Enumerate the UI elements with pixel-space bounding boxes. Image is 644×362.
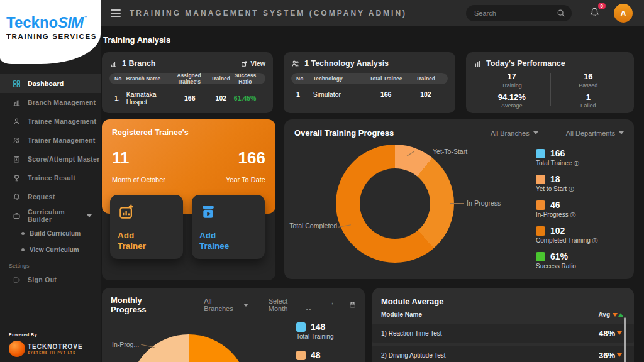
main-content: Training Analysis 1 Branch View No Branc… bbox=[102, 26, 634, 362]
branches-filter-label: All Branches bbox=[204, 297, 240, 312]
section-title: Training Analysis bbox=[103, 35, 170, 45]
select-month-label: Select Month bbox=[269, 297, 306, 312]
legend-swatch bbox=[536, 200, 545, 210]
cell-technology: Simulator bbox=[313, 90, 364, 98]
sidebar-item-sign-out[interactable]: Sign Out bbox=[0, 270, 101, 289]
average-value: 94.12% bbox=[498, 92, 526, 102]
bottom-row: Monthly Progress All Branches Select Mon… bbox=[102, 288, 634, 362]
cell-trained: 102 bbox=[212, 94, 230, 102]
col-branch-name: Branch Name bbox=[126, 75, 167, 82]
legend-swatch bbox=[536, 175, 545, 184]
analysis-cards-row: 1 Branch View No Branch Name Assigned Tr… bbox=[102, 52, 634, 113]
month-date-picker[interactable]: ---------, ---- bbox=[306, 297, 356, 312]
legend-swatch bbox=[296, 322, 306, 332]
scrollbar-thumb[interactable] bbox=[624, 317, 626, 362]
sidebar-item-curriculum-builder[interactable]: Curriculum Builder bbox=[0, 206, 101, 225]
overall-title: Overall Training Progress bbox=[294, 128, 394, 138]
settings-section-label: Settings bbox=[0, 258, 101, 270]
module-row: 1) Reaction Time Test 48% bbox=[372, 324, 634, 343]
ytd-label: Year To Date bbox=[226, 176, 265, 184]
cell-assigned: 166 bbox=[167, 94, 212, 102]
sidebar-subitem-label: View Curriculum bbox=[30, 246, 79, 253]
legend-value: 166 bbox=[550, 148, 565, 158]
module-avg: 36% bbox=[599, 351, 615, 360]
add-trainer-button[interactable]: Add Trainer bbox=[110, 195, 183, 259]
legend-swatch bbox=[536, 149, 545, 158]
hamburger-menu-icon[interactable] bbox=[111, 9, 121, 17]
bullet-icon bbox=[21, 232, 25, 235]
legend-label: Yet to Start bbox=[536, 185, 567, 192]
mid-row: Registered Trainee's 11 166 Month of Oct… bbox=[102, 119, 634, 280]
add-trainee-label: Add Trainee bbox=[199, 231, 245, 252]
legend-value: 46 bbox=[550, 200, 560, 210]
branch-card: 1 Branch View No Branch Name Assigned Tr… bbox=[102, 52, 273, 113]
sidebar-item-label: Request bbox=[28, 193, 55, 200]
add-trainee-button[interactable]: Add Trainee bbox=[192, 195, 265, 259]
view-label: View bbox=[250, 60, 265, 67]
module-name: 1) Reaction Time Test bbox=[381, 330, 442, 337]
brand-suffix: SIM bbox=[58, 14, 83, 31]
vendor-logo: TECKNOTROVE SYSTEMS (I) PVT LTD bbox=[9, 341, 83, 357]
branches-filter-dropdown[interactable]: All Branches bbox=[491, 129, 538, 137]
sidebar-item-label: Branch Management bbox=[28, 99, 96, 106]
legend-item-completed-training: 102 Completed Training ⓘ bbox=[536, 226, 598, 245]
sidebar-item-dashboard[interactable]: Dashboard bbox=[0, 74, 101, 93]
trademark-symbol: ™ bbox=[83, 15, 87, 19]
legend-label: Completed Training bbox=[536, 237, 591, 244]
sidebar-item-label: Score/Attempt Master bbox=[28, 155, 100, 163]
add-trainer-label: Add Trainer bbox=[118, 231, 163, 252]
trend-down-icon bbox=[617, 331, 622, 335]
failed-label: Failed bbox=[580, 102, 596, 109]
technology-table-header: No Technology Total Trainee Trained bbox=[291, 73, 448, 84]
callout-in-progress: In-Prog... bbox=[112, 341, 139, 348]
legend-label: Success Ratio bbox=[536, 263, 576, 270]
search-icon[interactable] bbox=[557, 9, 565, 18]
sidebar-item-trainee-result[interactable]: Trainee Result bbox=[0, 168, 101, 187]
view-button[interactable]: View bbox=[241, 60, 265, 67]
branches-filter-label: All Branches bbox=[491, 129, 530, 137]
date-placeholder: ---------, ---- bbox=[306, 297, 345, 312]
departments-filter-label: All Departments bbox=[566, 129, 615, 137]
chevron-down-icon bbox=[533, 131, 538, 134]
legend-item-yet-to-start: 18 Yet to Start ⓘ bbox=[536, 174, 598, 194]
branch-table-row: 1. Karnataka Hospet 166 102 61.45% bbox=[109, 90, 265, 106]
monthly-branches-filter-dropdown[interactable]: All Branches bbox=[204, 297, 248, 312]
chevron-down-icon bbox=[87, 214, 92, 217]
brand-logo-text: TecknoSIM™ bbox=[6, 15, 101, 30]
departments-filter-dropdown[interactable]: All Departments bbox=[566, 129, 624, 137]
legend-value: 48 bbox=[311, 350, 321, 360]
brand-name: Teckno bbox=[6, 14, 58, 31]
sidebar-item-trainee-management[interactable]: Trainee Management bbox=[0, 112, 101, 131]
sidebar-item-score-attempt-master[interactable]: Score/Attempt Master bbox=[0, 150, 101, 168]
todays-performance-card: Today's Performance 17 Training 94.12% A… bbox=[466, 52, 634, 113]
chevron-down-icon bbox=[619, 131, 624, 134]
bell-icon bbox=[13, 193, 21, 201]
module-average-title: Module Average bbox=[372, 288, 634, 311]
sidebar-item-branch-management[interactable]: Branch Management bbox=[0, 93, 101, 112]
col-success: Success Ratio bbox=[230, 72, 260, 85]
module-name: 2) Driving Aptitude Test bbox=[381, 352, 446, 359]
sidebar-item-view-curriculum[interactable]: View Curriculum bbox=[0, 241, 101, 258]
avatar[interactable]: A bbox=[614, 4, 633, 23]
sidebar-subitem-label: Build Curriculum bbox=[30, 230, 80, 237]
brand-tagline: TRAINING SERVICES bbox=[6, 33, 101, 40]
info-icon: ⓘ bbox=[570, 212, 575, 218]
notification-bell[interactable]: 0 bbox=[589, 7, 600, 20]
page-title: TRAINING MANAGEMENT SYSTEM (COMPANY ADMI… bbox=[130, 9, 407, 18]
sidebar-item-trainer-management[interactable]: Trainer Management bbox=[0, 131, 101, 150]
legend-value: 102 bbox=[550, 226, 565, 236]
search-input[interactable] bbox=[466, 5, 572, 21]
callout-line bbox=[414, 151, 429, 151]
sidebar-nav: Dashboard Branch Management Trainee Mana… bbox=[0, 74, 101, 289]
powered-by-label: Powered By : bbox=[9, 332, 83, 337]
monthly-legend: 148 Total Training 48 bbox=[296, 322, 333, 362]
sidebar-item-build-curriculum[interactable]: Build Curriculum bbox=[0, 225, 101, 241]
legend-swatch bbox=[296, 351, 306, 360]
avg-sort-control[interactable]: Avg bbox=[598, 311, 623, 318]
month-label: Month of October bbox=[112, 176, 165, 184]
cell-no: 1. bbox=[114, 94, 126, 102]
sidebar-item-request[interactable]: Request bbox=[0, 187, 101, 206]
col-avg: Avg bbox=[598, 311, 610, 318]
module-row: 2) Driving Aptitude Test 36% bbox=[372, 346, 634, 362]
cell-total-trainee: 166 bbox=[364, 90, 409, 98]
